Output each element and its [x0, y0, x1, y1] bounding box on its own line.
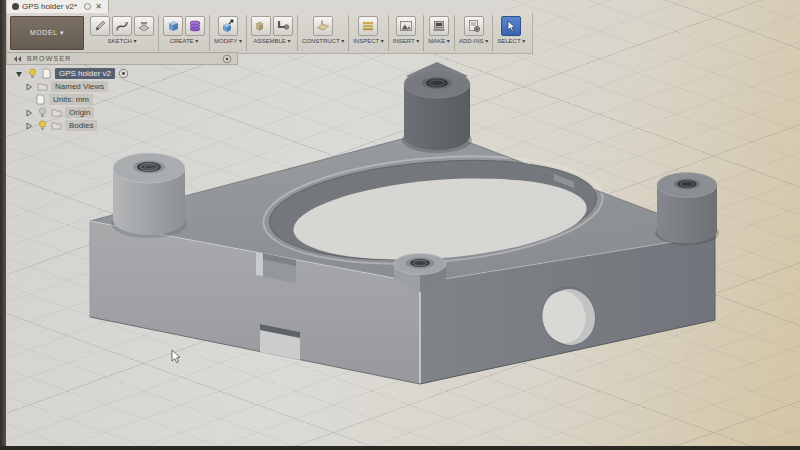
document-tab-bar: GPS holder v2* ✕ [6, 0, 506, 14]
browser-item-named-views[interactable]: Named Views [6, 80, 129, 93]
toolbar-group-label[interactable]: INSERT ▾ [393, 37, 419, 44]
expander-closed-icon[interactable] [23, 107, 34, 118]
workspace-switcher-button[interactable]: MODEL ▾ [10, 16, 84, 50]
document-tab-title: GPS holder v2* [22, 2, 77, 11]
toolbar-group-label[interactable]: MODIFY ▾ [214, 37, 242, 44]
browser-panel-title: BROWSER [27, 55, 217, 62]
browser-settings-icon[interactable] [221, 53, 232, 64]
tab-status-icon [84, 3, 91, 10]
model-post-back[interactable] [402, 62, 472, 153]
toolbar-group-modify: MODIFY ▾ [210, 15, 247, 51]
joint-icon[interactable] [273, 16, 293, 36]
make-icon[interactable] [429, 16, 449, 36]
toolbar-group-label[interactable]: CONSTRUCT ▾ [302, 37, 344, 44]
spline-icon[interactable] [112, 16, 132, 36]
document-icon [35, 94, 46, 105]
folder-icon [51, 107, 62, 118]
browser-item-bodies[interactable]: Bodies [6, 119, 129, 132]
main-toolbar: MODEL ▾ SKETCH ▾ CREATE ▾ [6, 13, 533, 54]
model-post-left[interactable] [111, 153, 187, 238]
screen-bezel-bottom [0, 446, 800, 450]
pencil-icon[interactable] [90, 16, 110, 36]
toolbar-group-addins: ADD-INS ▾ [455, 15, 493, 51]
browser-item-origin[interactable]: Origin [6, 106, 129, 119]
press-pull-icon[interactable] [218, 16, 238, 36]
expander-closed-icon[interactable] [23, 81, 34, 92]
toolbar-group-label[interactable]: SKETCH ▾ [107, 37, 136, 44]
browser-tree: GPS holder v2 Named Views Units: mm [6, 67, 129, 132]
measure-icon[interactable] [358, 16, 378, 36]
visibility-bulb-off-icon[interactable] [37, 107, 48, 118]
toolbar-group-label[interactable]: SELECT ▾ [497, 37, 525, 44]
toolbar-group-construct: CONSTRUCT ▾ [298, 15, 349, 51]
solid-box-icon[interactable] [163, 16, 183, 36]
model-post-right[interactable] [655, 173, 719, 246]
component-document-icon [41, 68, 52, 79]
screen-bezel-left [0, 0, 6, 450]
toolbar-group-select: SELECT ▾ [493, 15, 529, 51]
coil-icon[interactable] [185, 16, 205, 36]
tab-close-button[interactable]: ✕ [94, 3, 103, 11]
insert-image-icon[interactable] [396, 16, 416, 36]
toolbar-group-make: MAKE ▾ [424, 15, 455, 51]
toolbar-group-label[interactable]: ADD-INS ▾ [459, 37, 488, 44]
browser-item-label[interactable]: Named Views [51, 81, 108, 92]
expander-open-icon[interactable] [13, 68, 24, 79]
document-tab[interactable]: GPS holder v2* ✕ [6, 0, 109, 13]
browser-item-label[interactable]: GPS holder v2 [55, 68, 115, 79]
browser-item-label[interactable]: Bodies [65, 120, 97, 131]
toolbar-group-create: CREATE ▾ [159, 15, 210, 51]
browser-item-label[interactable]: Units: mm [49, 94, 93, 105]
browser-panel-header: BROWSER [6, 52, 238, 65]
folder-icon [51, 120, 62, 131]
visibility-bulb-on-icon[interactable] [27, 68, 38, 79]
add-ins-icon[interactable] [464, 16, 484, 36]
sketch-slab-icon[interactable] [134, 16, 154, 36]
toolbar-group-inspect: INSPECT ▾ [349, 15, 389, 51]
toolbar-group-assemble: ASSEMBLE ▾ [247, 15, 298, 51]
activate-component-radio[interactable] [118, 68, 129, 79]
mouse-cursor [172, 350, 180, 363]
browser-item-units[interactable]: Units: mm [6, 93, 129, 106]
expander-closed-icon[interactable] [23, 120, 34, 131]
toolbar-group-label[interactable]: INSPECT ▾ [353, 37, 384, 44]
toolbar-group-label[interactable]: MAKE ▾ [428, 37, 450, 44]
select-cursor-icon[interactable] [501, 16, 521, 36]
toolbar-group-label[interactable]: CREATE ▾ [170, 37, 199, 44]
browser-item-root[interactable]: GPS holder v2 [6, 67, 129, 80]
toolbar-group-sketch: SKETCH ▾ [86, 15, 159, 51]
construction-plane-icon[interactable] [313, 16, 333, 36]
toolbar-group-insert: INSERT ▾ [389, 15, 424, 51]
collapse-panel-icon[interactable] [12, 53, 23, 64]
toolbar-group-label[interactable]: ASSEMBLE ▾ [253, 37, 290, 44]
folder-icon [37, 81, 48, 92]
new-component-icon[interactable] [251, 16, 271, 36]
browser-item-label[interactable]: Origin [65, 107, 94, 118]
visibility-bulb-on-icon[interactable] [37, 120, 48, 131]
app-badge-icon [12, 3, 19, 10]
